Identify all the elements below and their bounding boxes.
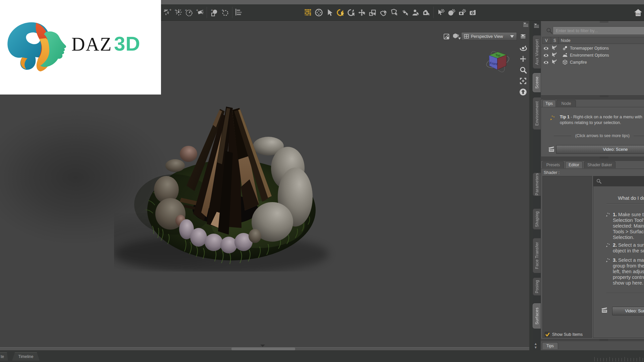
ruler-tick (628, 358, 628, 361)
dock-splitter-strip[interactable] (529, 21, 533, 351)
toolbar-separator (433, 7, 434, 18)
tab-editor[interactable]: Editor (565, 161, 583, 168)
col-selectable: S (551, 37, 558, 44)
window-icon (464, 34, 469, 39)
rotate-tool-icon[interactable] (346, 8, 356, 17)
selectable-cursor-icon[interactable] (550, 52, 558, 58)
pane-options-icon[interactable] (523, 22, 528, 28)
sphere-gear-tool-icon[interactable] (447, 8, 456, 17)
dock-tab-aux-viewport[interactable]: Aux Viewport (533, 35, 541, 69)
scene-node-label: Environment Options (570, 53, 609, 58)
zoom-view-icon[interactable] (519, 66, 527, 75)
translate-tool-icon[interactable] (357, 8, 366, 17)
frame-view-icon[interactable] (519, 77, 527, 86)
universal-rotate-tool-icon[interactable] (336, 8, 345, 17)
svg-text:+: + (211, 8, 213, 12)
tab-presets[interactable]: Presets (542, 161, 564, 168)
scale-tool-icon[interactable] (368, 8, 377, 17)
joint-editor-tool-icon[interactable] (379, 8, 388, 17)
scene-node-row[interactable]: Tonemapper Options (542, 45, 644, 52)
node-selection-tool-icon[interactable] (325, 8, 334, 17)
aux-camera-icon[interactable] (452, 32, 461, 41)
selectable-cursor-icon[interactable] (550, 59, 558, 65)
create-spotlight-icon[interactable]: + (195, 8, 204, 17)
home-view-icon[interactable] (519, 88, 527, 97)
viewport-slider-thumb[interactable] (231, 348, 295, 350)
scene-node-row[interactable]: Campfire (542, 59, 644, 66)
daz-logo-text: DAZ (71, 34, 112, 55)
pane-menu-icon[interactable] (519, 33, 527, 42)
daz-home-icon[interactable]: DS (633, 7, 643, 18)
cube-top-label: Top (495, 54, 500, 57)
tab-timeline[interactable]: Timeline (12, 352, 40, 361)
pane-drag-handle[interactable] (600, 157, 608, 158)
show-sub-items-checkbox[interactable] (545, 332, 550, 337)
dock-tab-label: Parameters (535, 173, 539, 195)
render-camera-icon[interactable] (469, 8, 478, 17)
editor-pane: PresetsEditorShader Baker Shader : Show … (541, 161, 644, 339)
orbit-tool-icon[interactable] (314, 8, 323, 17)
tab-tips[interactable]: Tips (542, 100, 556, 107)
svg-text:+: + (185, 8, 187, 12)
scene-column-header[interactable]: V S Node (542, 37, 644, 44)
scene-node-label: Tonemapper Options (570, 46, 609, 51)
create-distant-light-icon[interactable]: + (163, 8, 172, 17)
dock-tab-shaping[interactable]: Shaping (533, 208, 541, 230)
tab-scroll-arrows[interactable]: ▲▼ (534, 342, 537, 349)
help-heading: What do I do? (597, 195, 644, 201)
geometry-editor-tool-icon[interactable] (389, 8, 398, 17)
visibility-eye-icon[interactable] (542, 52, 550, 58)
dock-tab-parameters[interactable]: Parameters (533, 173, 541, 196)
dock-tab-face-transfer[interactable]: Face Transfer (533, 238, 541, 273)
dock-tab-environment[interactable]: Environment (533, 97, 541, 130)
node-gear-tool-icon[interactable] (436, 8, 445, 17)
viewport-grid-tool-icon[interactable] (304, 8, 313, 17)
visibility-eye-icon[interactable] (542, 45, 550, 51)
campfire-model[interactable] (114, 94, 342, 272)
create-gauge-light-icon[interactable]: + (184, 8, 193, 17)
selectable-cursor-icon[interactable] (550, 45, 558, 51)
tab-node[interactable]: Node (556, 100, 576, 107)
view-cube-gizmo[interactable]: Top Front (485, 49, 511, 74)
video-surfaces-button[interactable]: Video: Surfaces (612, 307, 644, 315)
create-group-icon[interactable]: + (220, 8, 229, 17)
camera-gear-tool-icon[interactable] (458, 8, 467, 17)
help-step: 1. Make sure the 'Surface Selection Tool… (613, 212, 644, 240)
video-scene-button[interactable]: Video: Scene (556, 145, 644, 154)
pane-drag-handle[interactable] (600, 96, 608, 97)
tab-shader-baker[interactable]: Shader Baker (584, 161, 615, 168)
view-selector-dropdown[interactable]: Perspective View (461, 32, 517, 41)
create-point-light-icon[interactable]: + (173, 8, 182, 17)
tab-animate[interactable]: te (0, 352, 8, 361)
orbit-view-icon[interactable] (519, 44, 527, 53)
scene-node-row[interactable]: Environment Options (542, 52, 644, 59)
render-options-icon[interactable] (443, 34, 449, 41)
ruler-tick (619, 358, 619, 361)
dock-tab-surfaces[interactable]: Surfaces (533, 303, 541, 328)
toolbar-tools-group (304, 4, 478, 20)
scene-filter-input[interactable]: Enter text to filter by... (553, 26, 644, 35)
shader-label: Shader : (544, 170, 559, 175)
pan-view-icon[interactable] (519, 55, 527, 64)
svg-text:+: + (175, 8, 177, 12)
dock-tab-posing[interactable]: Posing (533, 278, 541, 296)
surface-selection-tool-icon[interactable] (400, 8, 409, 17)
shader-material-list[interactable]: Show Sub Items (542, 176, 592, 338)
tab-tips-bottom[interactable]: Tips (542, 342, 558, 349)
help-search-bar[interactable] (593, 176, 644, 186)
visibility-eye-icon[interactable] (542, 59, 550, 65)
viewport-nav-column[interactable] (519, 33, 527, 97)
pane-drag-handle[interactable] (600, 21, 608, 22)
dock-tab-scene[interactable]: Scene (533, 73, 541, 92)
camera-tool-icon[interactable] (422, 8, 431, 17)
figure-setup-tool-icon[interactable] (411, 8, 420, 17)
scene-list-icon[interactable] (235, 8, 244, 17)
create-primitive-icon[interactable]: + (210, 8, 219, 17)
pane-options-icon[interactable] (534, 23, 539, 29)
ruler-tick (625, 357, 625, 361)
viewport-bottom-handle[interactable] (260, 345, 265, 347)
ruler-tick (603, 358, 604, 361)
pane-drag-handle[interactable] (599, 339, 608, 341)
more-tips-label: (Click arrows to see more tips) (574, 133, 631, 138)
dock-tab-label: Aux Viewport (535, 39, 539, 65)
